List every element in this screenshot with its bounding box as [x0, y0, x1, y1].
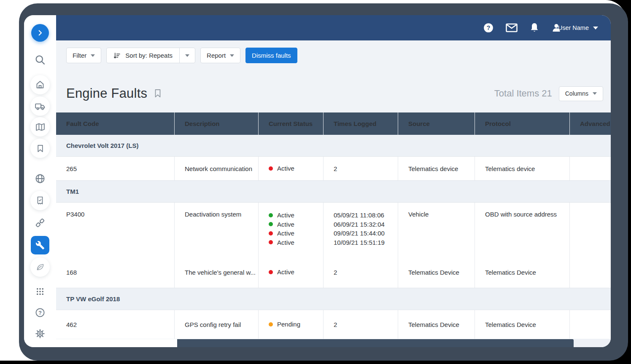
columns-button[interactable]: Columns [559, 86, 603, 101]
timestamp: 06/09/21 15:32:04 [334, 220, 385, 229]
sidebar-item-maintenance-active[interactable] [31, 236, 49, 254]
status-cell: Active [258, 157, 323, 180]
timestamp: 09/09/21 15:44:00 [334, 229, 385, 238]
title-row: Engine Faults Total Items 21 Columns [66, 83, 603, 104]
group-header-row: TM1 [56, 181, 611, 203]
page-title: Engine Faults [66, 86, 147, 101]
main-area: ? User Name Filter [56, 15, 611, 347]
protocol-cell: Telematics Device [475, 310, 569, 339]
column-header-fault-code[interactable]: Fault Code [56, 112, 174, 135]
column-header-protocol[interactable]: Protocol [475, 112, 569, 135]
advanced-cell [569, 257, 611, 288]
bell-icon [529, 22, 539, 33]
bookmark-icon [35, 144, 45, 153]
column-header-advanced[interactable]: Advanced [569, 112, 611, 135]
sidebar-item-connections[interactable] [35, 217, 46, 229]
content-area: Filter Sort by: Repeats Report Dismiss f… [56, 40, 611, 347]
group-header-row: Chevrolet Volt 2017 (LS) [56, 135, 611, 157]
sidebar-item-map[interactable] [30, 117, 50, 136]
status-dot-red [269, 231, 273, 236]
description-cell: Deactivation system [174, 203, 258, 257]
sidebar-item-eco[interactable] [30, 257, 50, 277]
sidebar-item-home[interactable] [30, 75, 50, 94]
column-header-current-status[interactable]: Current Status [258, 112, 323, 135]
sidebar-item-settings[interactable] [35, 328, 46, 339]
bookmark-page-icon[interactable] [153, 88, 162, 99]
sidebar-item-saved[interactable] [30, 139, 50, 158]
leaf-icon [35, 262, 45, 272]
frozen-column-footer [56, 339, 177, 347]
scrollbar-thumb[interactable] [177, 339, 574, 347]
horizontal-scrollbar [56, 339, 611, 347]
group-name-label: TM1 [66, 188, 79, 195]
source-cell: Telematics Device [398, 257, 475, 288]
sidebar-item-vehicles[interactable] [30, 96, 50, 116]
sidebar-item-apps[interactable] [35, 286, 46, 297]
fault-code-cell: 265 [56, 157, 174, 180]
column-header-source[interactable]: Source [398, 112, 475, 135]
status-dot-red [269, 270, 273, 274]
columns-button-label: Columns [565, 90, 588, 97]
messages-button[interactable] [506, 23, 518, 32]
apps-grid-icon [35, 286, 46, 297]
user-name-label: User Name [558, 24, 589, 31]
svg-text:?: ? [38, 310, 42, 316]
filter-button[interactable]: Filter [66, 48, 101, 63]
notifications-button[interactable] [529, 22, 539, 33]
truck-icon [35, 101, 46, 112]
status-dot-red [269, 166, 273, 171]
source-cell: Vehicle [398, 203, 475, 257]
group-name-label: Chevrolet Volt 2017 (LS) [66, 142, 138, 149]
dismiss-faults-label: Dismiss faults [252, 52, 291, 59]
advanced-cell [569, 203, 611, 257]
sidebar-item-help[interactable]: ? [35, 307, 46, 318]
table-row[interactable]: 462 GPS config retry fail Pending 2 Tele… [56, 310, 611, 339]
status-dot-green [269, 222, 273, 226]
status-dot-orange [269, 322, 273, 327]
caret-down-icon [91, 54, 95, 57]
sidebar-item-reports[interactable] [30, 191, 50, 210]
dismiss-faults-button[interactable]: Dismiss faults [245, 48, 297, 63]
table-row[interactable]: P3400 Deactivation system Active Active … [56, 203, 611, 257]
status-label: Active [277, 211, 294, 220]
home-icon [35, 80, 45, 90]
sidebar-expand-button[interactable] [31, 24, 49, 42]
table-row[interactable]: 168 The vehicle's general w... Active 2 … [56, 257, 611, 288]
times-logged-cell: 2 [323, 157, 398, 180]
status-label: Active [277, 220, 294, 229]
timestamp: 05/09/21 11:08:06 [334, 211, 385, 220]
search-icon [34, 54, 46, 66]
help-circle-icon: ? [483, 22, 494, 33]
table-header-row: Fault Code Description Current Status Ti… [56, 112, 611, 135]
group-header-row: TP VW eGolf 2018 [56, 288, 611, 310]
column-header-description[interactable]: Description [174, 112, 258, 135]
fault-code-cell: 462 [56, 310, 174, 339]
sidebar-item-web[interactable] [35, 173, 46, 185]
top-navigation-bar: ? User Name [56, 15, 611, 40]
times-logged-cell: 2 [323, 310, 398, 339]
column-header-times-logged[interactable]: Times Logged [323, 112, 398, 135]
status-cell: Active [258, 257, 323, 288]
sort-dropdown-toggle[interactable] [179, 48, 195, 63]
sort-button[interactable]: Sort by: Repeats [106, 48, 195, 63]
status-dot-green [269, 213, 273, 217]
report-button[interactable]: Report [200, 48, 240, 63]
help-button[interactable]: ? [483, 22, 494, 33]
description-cell: The vehicle's general w... [174, 257, 258, 288]
sidebar: ? [24, 15, 56, 347]
caret-down-icon [185, 54, 189, 57]
description-cell: GPS config retry fail [174, 310, 258, 339]
report-button-label: Report [207, 52, 226, 59]
caret-down-icon [230, 54, 234, 57]
description-cell: Network communication [174, 157, 258, 180]
sidebar-item-search[interactable] [34, 54, 46, 66]
receipt-icon [35, 195, 45, 206]
advanced-cell [569, 310, 611, 339]
caret-down-icon [593, 27, 598, 29]
table-row[interactable]: 265 Network communication Active 2 Telem… [56, 157, 611, 181]
user-menu[interactable]: User Name [551, 23, 598, 33]
status-label: Active [277, 164, 294, 173]
fault-code-cell: 168 [56, 257, 174, 288]
source-cell: Telematics Device [398, 310, 475, 339]
status-label: Pending [277, 320, 300, 329]
